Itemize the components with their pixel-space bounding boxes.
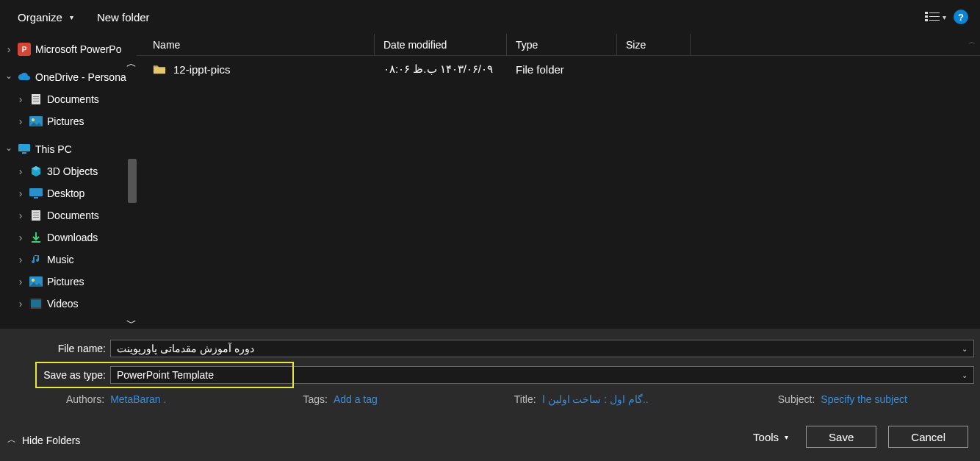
chevron-right-icon [16, 93, 25, 105]
chevron-right-icon [16, 115, 25, 127]
subject-label: Subject: [778, 393, 815, 405]
save-label: Save [829, 431, 854, 443]
cancel-button[interactable]: Cancel [888, 426, 968, 448]
chevron-up-icon: ︿ [7, 434, 16, 446]
chevron-down-icon: ⌄ [956, 371, 973, 379]
chevron-right-icon [16, 276, 25, 287]
svg-rect-17 [33, 212, 39, 213]
file-date: ۱۴۰۳/۰۶/۰۹ ب.ظ ۰۸:۰۶ [375, 62, 507, 76]
folder-icon [153, 62, 166, 76]
chevron-down-icon: ⌄ [956, 345, 973, 353]
tree-item[interactable]: Pictures [0, 271, 137, 293]
tree-item-label: Videos [47, 298, 79, 310]
svg-rect-7 [33, 96, 39, 97]
tree-item[interactable]: Pictures [0, 110, 137, 132]
scroll-up-icon[interactable]: ︿ [126, 59, 137, 69]
hide-folders-button[interactable]: ︿ Hide Folders [7, 434, 80, 446]
subject-value[interactable]: Specify the subject [821, 393, 907, 405]
savetype-label: Save as type: [6, 369, 110, 381]
save-button[interactable]: Save [806, 426, 876, 448]
dialog-buttons: Tools ▾ Save Cancel [747, 426, 968, 448]
col-name[interactable]: Name [137, 34, 375, 55]
col-date-label: Date modified [383, 39, 447, 51]
svg-rect-0 [925, 12, 928, 14]
tree-item[interactable]: Desktop [0, 182, 137, 204]
help-icon[interactable]: ? [954, 10, 968, 24]
svg-rect-25 [29, 299, 31, 309]
main-split: PMicrosoft PowerPoOneDrive - PersonaDocu… [0, 34, 980, 329]
table-row[interactable]: 12-ippt-pics۱۴۰۳/۰۶/۰۹ ب.ظ ۰۸:۰۶File fol… [137, 56, 980, 82]
organize-button[interactable]: Organize [12, 8, 79, 26]
tools-label: Tools [753, 431, 779, 443]
title-value[interactable]: ..گام اول : ساخت اولین ا [542, 393, 649, 405]
chevron-right-icon [4, 43, 13, 55]
scrollbar-thumb[interactable] [128, 159, 137, 203]
tree-item-label: Documents [47, 93, 99, 105]
title-label: Title: [514, 393, 536, 405]
tree-item-label: OneDrive - Persona [35, 71, 126, 83]
svg-rect-20 [32, 241, 40, 243]
col-type-label: Type [516, 39, 538, 51]
view-options-button[interactable]: ▾ [925, 11, 946, 23]
sort-indicator-icon[interactable]: ︿ [967, 37, 977, 47]
column-headers: Name Date modified Type Size [137, 34, 980, 56]
col-size[interactable]: Size [617, 34, 691, 55]
tree-item[interactable]: Downloads [0, 226, 137, 249]
col-date[interactable]: Date modified [375, 34, 507, 55]
tree-item-label: Pictures [47, 276, 84, 287]
tree-item-label: 3D Objects [47, 165, 98, 177]
svg-rect-2 [925, 15, 928, 18]
tree-item[interactable]: PMicrosoft PowerPo [0, 38, 137, 60]
svg-rect-1 [929, 12, 940, 13]
svg-point-11 [32, 118, 35, 121]
chevron-down-icon [4, 72, 13, 82]
svg-rect-9 [33, 101, 39, 101]
tree-item[interactable]: This PC [0, 138, 137, 160]
svg-rect-14 [29, 188, 43, 196]
svg-rect-4 [925, 19, 928, 21]
svg-rect-8 [33, 99, 39, 99]
new-folder-button[interactable]: New folder [91, 8, 156, 26]
filename-input[interactable]: دوره آموزش مقدماتی پاورپوینت ⌄ [110, 340, 974, 357]
tree-item-label: Documents [47, 210, 99, 221]
authors-label: Authors: [66, 393, 104, 405]
tree-item[interactable]: OneDrive - Persona [0, 66, 137, 88]
svg-rect-19 [33, 217, 39, 218]
filename-label: File name: [6, 343, 110, 354]
scroll-down-icon[interactable]: ﹀ [126, 318, 137, 329]
col-size-label: Size [626, 39, 646, 51]
tools-button[interactable]: Tools ▾ [747, 428, 794, 446]
svg-rect-24 [31, 300, 41, 307]
tree-item-label: Music [47, 254, 74, 265]
bottom-panel: File name: دوره آموزش مقدماتی پاورپوینت … [0, 329, 980, 461]
hide-folders-label: Hide Folders [22, 435, 80, 446]
file-type: File folder [507, 63, 617, 76]
chevron-right-icon [16, 187, 25, 199]
chevron-right-icon [16, 210, 25, 221]
tree-item[interactable]: Documents [0, 204, 137, 226]
nav-tree: PMicrosoft PowerPoOneDrive - PersonaDocu… [0, 34, 137, 329]
col-type[interactable]: Type [507, 34, 617, 55]
svg-rect-18 [33, 215, 39, 215]
cancel-label: Cancel [911, 431, 945, 443]
file-name: 12-ippt-pics [173, 63, 231, 76]
authors-value[interactable]: MetaBaran . [110, 393, 166, 405]
svg-rect-26 [41, 299, 43, 309]
tree-item[interactable]: 3D Objects [0, 160, 137, 182]
svg-rect-3 [929, 16, 940, 17]
col-name-label: Name [153, 39, 180, 51]
tree-item-label: Pictures [47, 115, 84, 127]
tree-item[interactable]: Music [0, 249, 137, 271]
tree-item[interactable]: Documents [0, 88, 137, 110]
savetype-combo[interactable]: PowerPoint Template ⌄ [110, 366, 974, 384]
filename-row: File name: دوره آموزش مقدماتی پاورپوینت … [0, 337, 980, 360]
metadata-row: Authors: MetaBaran . Tags: Add a tag Tit… [0, 386, 980, 405]
chevron-down-icon: ▾ [785, 433, 788, 441]
tree-item-label: Microsoft PowerPo [35, 43, 121, 55]
svg-rect-15 [34, 197, 38, 199]
chevron-right-icon [16, 298, 25, 310]
details-view-icon [925, 11, 940, 23]
tags-value[interactable]: Add a tag [334, 393, 378, 405]
filename-value: دوره آموزش مقدماتی پاورپوینت [111, 343, 956, 354]
tree-item[interactable]: Videos [0, 293, 137, 315]
